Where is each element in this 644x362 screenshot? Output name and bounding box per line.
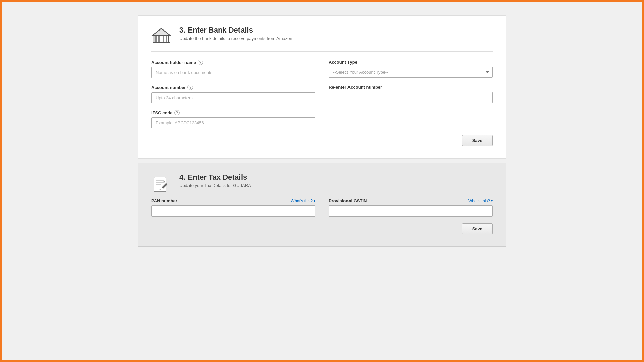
bank-section-subtitle: Update the bank details to receive payme… bbox=[179, 36, 292, 41]
bank-form-grid: Account holder name ? Account Type --Sel… bbox=[151, 60, 493, 128]
bank-save-button[interactable]: Save bbox=[462, 135, 493, 146]
provisional-gstin-input[interactable] bbox=[329, 205, 493, 217]
account-type-label: Account Type bbox=[329, 60, 493, 65]
bank-title-block: 3. Enter Bank Details Update the bank de… bbox=[179, 26, 292, 41]
ifsc-code-label: IFSC code ? bbox=[151, 110, 315, 115]
tax-form-actions: Save bbox=[151, 223, 493, 234]
pan-number-input[interactable] bbox=[151, 205, 315, 217]
account-type-select[interactable]: --Select Your Account Type-- Savings Cur… bbox=[329, 67, 493, 78]
re-enter-account-number-input[interactable] bbox=[329, 92, 493, 103]
empty-cell bbox=[329, 110, 493, 128]
pan-number-field: PAN number What's this? ▾ bbox=[151, 198, 315, 217]
tax-section-header: 4. Enter Tax Details Update your Tax Det… bbox=[151, 173, 493, 193]
ifsc-code-field: IFSC code ? bbox=[151, 110, 315, 128]
provisional-gstin-label: Provisional GSTIN bbox=[329, 198, 367, 203]
gstin-label-row: Provisional GSTIN What's this? ▾ bbox=[329, 198, 493, 203]
account-holder-name-help-icon[interactable]: ? bbox=[198, 60, 203, 65]
account-number-field: Account number ? bbox=[151, 85, 315, 103]
account-type-field: Account Type --Select Your Account Type-… bbox=[329, 60, 493, 78]
pan-whats-this-arrow: ▾ bbox=[314, 199, 315, 203]
tax-section-subtitle: Update your Tax Details for GUJARAT : bbox=[179, 183, 256, 188]
account-holder-name-input[interactable] bbox=[151, 67, 315, 78]
account-holder-name-label: Account holder name ? bbox=[151, 60, 315, 65]
provisional-gstin-field: Provisional GSTIN What's this? ▾ bbox=[329, 198, 493, 217]
account-holder-name-field: Account holder name ? bbox=[151, 60, 315, 78]
account-number-help-icon[interactable]: ? bbox=[187, 85, 193, 90]
svg-marker-8 bbox=[153, 29, 169, 35]
ifsc-code-help-icon[interactable]: ? bbox=[174, 110, 180, 115]
svg-rect-4 bbox=[166, 36, 167, 42]
gstin-whats-this-arrow: ▾ bbox=[491, 199, 493, 203]
main-content: 3. Enter Bank Details Update the bank de… bbox=[138, 15, 506, 251]
bank-section-header: 3. Enter Bank Details Update the bank de… bbox=[151, 26, 493, 52]
re-enter-account-number-label: Re-enter Account number bbox=[329, 85, 493, 90]
tax-section-title: 4. Enter Tax Details bbox=[179, 173, 256, 182]
pan-number-label: PAN number bbox=[151, 198, 177, 203]
svg-rect-1 bbox=[155, 36, 157, 42]
bank-icon bbox=[151, 26, 171, 46]
re-enter-account-number-field: Re-enter Account number bbox=[329, 85, 493, 103]
tax-icon bbox=[151, 173, 171, 193]
gstin-whats-this-link[interactable]: What's this? ▾ bbox=[468, 199, 493, 203]
ifsc-code-input[interactable] bbox=[151, 117, 315, 128]
account-number-label: Account number ? bbox=[151, 85, 315, 90]
tax-details-section: 4. Enter Tax Details Update your Tax Det… bbox=[138, 163, 506, 247]
svg-rect-3 bbox=[163, 36, 164, 42]
page-wrapper: 3. Enter Bank Details Update the bank de… bbox=[2, 2, 642, 360]
svg-rect-2 bbox=[158, 36, 160, 42]
bank-details-section: 3. Enter Bank Details Update the bank de… bbox=[138, 15, 506, 159]
tax-form-grid: PAN number What's this? ▾ Provisional GS… bbox=[151, 198, 493, 217]
bank-form-actions: Save bbox=[151, 135, 493, 146]
tax-save-button[interactable]: Save bbox=[462, 223, 493, 234]
pan-label-row: PAN number What's this? ▾ bbox=[151, 198, 315, 203]
tax-title-block: 4. Enter Tax Details Update your Tax Det… bbox=[179, 173, 256, 188]
account-number-input[interactable] bbox=[151, 92, 315, 103]
pan-whats-this-link[interactable]: What's this? ▾ bbox=[291, 199, 315, 203]
bank-section-title: 3. Enter Bank Details bbox=[179, 26, 292, 35]
